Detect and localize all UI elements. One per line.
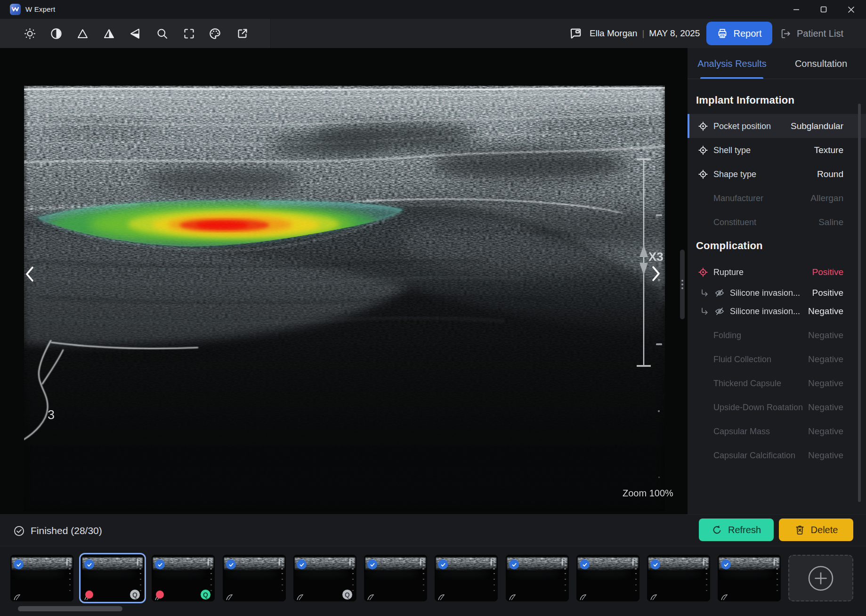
delete-button[interactable]: Delete (779, 519, 853, 541)
triangle-marker-icon[interactable] (72, 23, 93, 44)
sidebar-scrollbar[interactable] (858, 104, 861, 502)
selected-check-badge[interactable] (84, 559, 94, 569)
film-strip: Q Q Q (0, 546, 866, 616)
row-constituent[interactable]: Constituent Saline (688, 210, 866, 234)
row-silicone-invasion-2[interactable]: Silicone invasion... Negative (688, 302, 866, 320)
q-badge-gray: Q (130, 590, 140, 600)
selected-check-badge[interactable] (226, 559, 236, 569)
patient-list-label: Patient List (797, 28, 843, 39)
q-badge-green: Q (201, 590, 210, 600)
patient-info-separator: | (641, 28, 645, 39)
palette-icon[interactable] (204, 23, 225, 44)
zoom-level-label: Zoom 100% (623, 488, 673, 499)
close-button[interactable] (840, 3, 862, 16)
row-manufacturer[interactable]: Manufacturer Allergan (688, 186, 866, 210)
finding-dot (85, 591, 93, 599)
row-upside-down-rotation[interactable]: Upside-Down Roatation Negative (688, 395, 866, 419)
brightness-icon[interactable] (19, 23, 40, 44)
thumbnail-10[interactable] (647, 555, 710, 601)
row-folding[interactable]: Folding Negative (688, 323, 866, 347)
previous-image-button[interactable] (20, 261, 39, 287)
section-complication: Complication (696, 240, 763, 252)
row-capsular-calcification[interactable]: Capsular Calcification Negative (688, 443, 866, 467)
refresh-button-label: Refresh (728, 525, 761, 535)
finished-label: Finished (28/30) (31, 525, 102, 536)
thumbnail-2[interactable]: Q (81, 555, 144, 601)
finished-status: Finished (28/30) (13, 515, 102, 547)
thumbnail-11[interactable] (718, 555, 781, 601)
thumbnail-9[interactable] (576, 555, 639, 601)
minimize-button[interactable] (785, 3, 807, 16)
patient-name: Ella Morgan (590, 28, 637, 39)
annotation-number-label: 3 (48, 408, 55, 422)
title-bar: W Expert (0, 0, 866, 19)
analysis-sidebar: Analysis Results Consultation Implant In… (688, 48, 866, 514)
eye-off-icon (714, 306, 725, 316)
toolbar: Ella Morgan | MAY 8, 2025 Report Patient… (0, 19, 866, 48)
section-implant-information: Implant Information (696, 94, 794, 106)
refresh-icon (712, 525, 722, 535)
sidebar-tabs: Analysis Results Consultation (688, 48, 866, 79)
fullscreen-icon[interactable] (178, 23, 199, 44)
selected-check-badge[interactable] (438, 559, 448, 569)
selected-check-badge[interactable] (650, 559, 660, 569)
selected-check-badge[interactable] (367, 559, 377, 569)
flip-horizontal-icon[interactable] (98, 23, 119, 44)
selected-check-badge[interactable] (155, 559, 165, 569)
selected-check-badge[interactable] (14, 559, 24, 569)
row-shape-type[interactable]: Shape type Round (688, 162, 866, 186)
subitem-arrow-icon (700, 307, 709, 316)
selected-check-badge[interactable] (721, 559, 731, 569)
finding-dot (156, 591, 164, 599)
filmstrip-scrollbar[interactable] (18, 606, 122, 611)
patient-info: Ella Morgan | MAY 8, 2025 (590, 19, 700, 48)
row-thickend-capsule[interactable]: Thickend Capsule Negative (688, 371, 866, 395)
q-badge-gray: Q (342, 590, 352, 600)
active-tab-underline (700, 77, 763, 79)
feedback-chat-icon[interactable] (565, 23, 586, 44)
magnify-icon[interactable] (152, 23, 172, 44)
thumbnail-5[interactable]: Q (293, 555, 356, 601)
refresh-button[interactable]: Refresh (699, 519, 774, 541)
next-image-button[interactable] (647, 260, 665, 287)
thumbnail-8[interactable] (506, 555, 569, 601)
image-viewer-canvas[interactable]: 3 X3 (0, 48, 688, 514)
thumbnail-3[interactable]: Q (152, 555, 215, 601)
row-rupture[interactable]: Rupture Positive (688, 260, 866, 284)
row-silicone-invasion-1[interactable]: Silicone invasion... Positive (688, 284, 866, 302)
selected-check-badge[interactable] (297, 559, 307, 569)
flip-vertical-icon[interactable] (124, 23, 145, 44)
app-logo-icon (10, 4, 21, 15)
report-button[interactable]: Report (706, 22, 772, 45)
row-capsular-mass[interactable]: Capsular Mass Negative (688, 419, 866, 443)
contrast-icon[interactable] (46, 23, 66, 44)
tab-consultation[interactable]: Consultation (777, 48, 866, 79)
tab-analysis-results[interactable]: Analysis Results (688, 48, 777, 79)
plus-circle-icon (808, 565, 834, 592)
target-icon-pink (698, 267, 708, 277)
report-button-label: Report (733, 28, 761, 39)
thumbnail-4[interactable] (223, 555, 286, 601)
target-icon (698, 121, 708, 131)
thumbnail-6[interactable] (364, 555, 427, 601)
panel-resize-handle[interactable] (680, 250, 685, 319)
status-bar: Finished (28/30) Refresh Delete (0, 514, 866, 546)
eye-off-icon (714, 288, 725, 298)
printer-icon (717, 28, 728, 39)
thumbnail-1[interactable] (10, 555, 73, 601)
ultrasound-image[interactable]: 3 X3 (24, 86, 665, 511)
selected-check-badge[interactable] (509, 559, 519, 569)
row-fluid-collection[interactable]: Fluid Collection Negative (688, 347, 866, 371)
delete-button-label: Delete (811, 525, 838, 535)
selected-check-badge[interactable] (580, 559, 590, 569)
row-shell-type[interactable]: Shell type Texture (688, 138, 866, 162)
check-circle-icon (13, 525, 25, 537)
export-icon[interactable] (232, 23, 252, 44)
patient-list-button[interactable]: Patient List (780, 22, 843, 45)
add-image-button[interactable] (788, 555, 853, 601)
maximize-button[interactable] (813, 3, 834, 16)
target-icon (698, 169, 708, 179)
thumbnail-7[interactable] (435, 555, 498, 601)
logout-icon (780, 28, 792, 40)
row-pocket-position[interactable]: Pocket position Subglandular (688, 114, 866, 138)
